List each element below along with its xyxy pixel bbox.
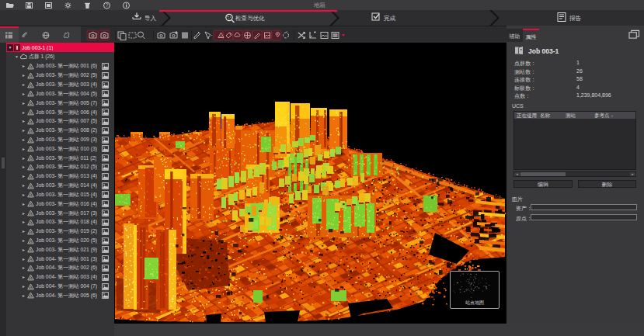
svg-text:完成: 完成 (384, 15, 396, 22)
svg-text:导入: 导入 (144, 15, 157, 22)
svg-text:报告: 报告 (569, 15, 582, 22)
svg-text:?: ? (106, 2, 109, 8)
svg-text:检查与优化: 检查与优化 (235, 15, 265, 22)
